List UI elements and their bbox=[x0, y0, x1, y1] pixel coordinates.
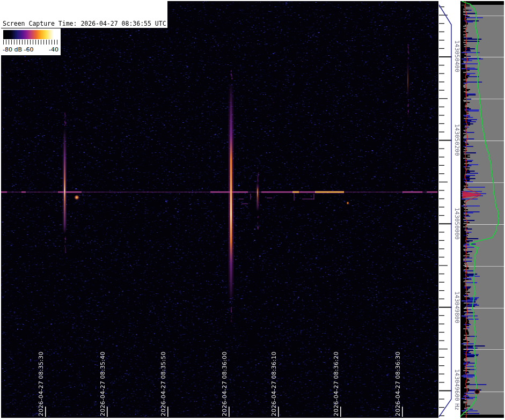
db-scale-label: -40 bbox=[49, 46, 58, 53]
intensity-color-scale: -80 dB -60-40 bbox=[1, 28, 61, 55]
time-tick-label: 2026-04-27 08:36:10 bbox=[270, 351, 277, 416]
time-tick-label: 2026-04-27 08:36:00 bbox=[221, 351, 228, 416]
frequency-tick-label: 143050200 bbox=[453, 124, 460, 156]
time-tick-label: 2026-04-27 08:35:50 bbox=[160, 351, 167, 416]
frequency-tick-label: 143049800 bbox=[453, 291, 460, 323]
frequency-unit-label: Hz bbox=[453, 403, 460, 410]
time-tick-label: 2026-04-27 08:36:20 bbox=[333, 351, 340, 416]
capture-info-panel: Screen Capture Time: 2026-04-27 08:36:55… bbox=[1, 1, 167, 28]
intensity-gradient-bar bbox=[3, 30, 57, 39]
capture-time-text: Screen Capture Time: 2026-04-27 08:36:55… bbox=[3, 19, 167, 28]
frequency-tick-label: 143049600 bbox=[453, 369, 460, 401]
frequency-tick-label: 143050400 bbox=[453, 40, 460, 72]
intensity-scale-ticks bbox=[3, 40, 57, 45]
db-scale-label: -80 dB -60 bbox=[3, 46, 33, 53]
time-tick-label: 2026-04-27 08:36:30 bbox=[394, 351, 401, 416]
config-text: Config = V8 bbox=[3, 71, 167, 79]
time-tick-label: 2026-04-27 08:35:40 bbox=[99, 351, 106, 416]
spectrum-waterfall-window: Screen Capture Time: 2026-04-27 08:36:55… bbox=[0, 0, 505, 420]
frequency-tick-label: 143050000 bbox=[453, 208, 460, 240]
time-tick-label: 2026-04-27 08:35:30 bbox=[38, 351, 45, 416]
